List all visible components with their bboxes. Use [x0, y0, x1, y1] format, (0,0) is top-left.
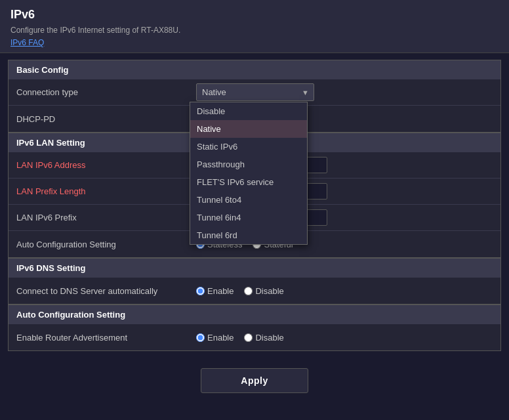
router-adv-row: Enable Router Advertisement Enable Disab…: [9, 324, 500, 350]
page-header: IPv6 Configure the IPv6 Internet setting…: [0, 0, 509, 53]
dropdown-item-tunnel-6to4[interactable]: Tunnel 6to4: [190, 191, 307, 209]
dns-auto-row: Connect to DNS Server automatically Enab…: [9, 278, 500, 304]
dns-disable-text: Disable: [255, 286, 283, 296]
ipv6-dns-header: IPv6 DNS Setting: [9, 259, 500, 278]
connection-type-value: Native ▼ Disable Native Static IPv6 Pass…: [190, 79, 500, 105]
router-adv-enable-label[interactable]: Enable: [196, 333, 234, 343]
dropdown-item-disable[interactable]: Disable: [190, 102, 307, 120]
dropdown-item-static-ipv6[interactable]: Static IPv6: [190, 138, 307, 156]
auto-config-section-header: Auto Configuration Setting: [9, 305, 500, 324]
apply-button[interactable]: Apply: [201, 368, 308, 393]
router-adv-disable-radio[interactable]: [244, 333, 253, 342]
router-adv-label: Enable Router Advertisement: [9, 327, 190, 348]
dropdown-item-tunnel-6rd[interactable]: Tunnel 6rd: [190, 226, 307, 244]
basic-config-section: Basic Config Connection type Native ▼ Di…: [8, 60, 501, 133]
dropdown-item-tunnel-6in4[interactable]: Tunnel 6in4: [190, 209, 307, 226]
router-adv-value: Enable Disable: [190, 329, 500, 346]
router-adv-enable-text: Enable: [207, 333, 234, 343]
connection-type-label: Connection type: [9, 82, 190, 102]
dns-enable-label[interactable]: Enable: [196, 286, 234, 296]
dns-disable-radio[interactable]: [244, 287, 253, 295]
router-adv-disable-label[interactable]: Disable: [244, 333, 283, 343]
lan-ipv6-prefix-label: LAN IPv6 Prefix: [9, 207, 190, 228]
connection-type-row: Connection type Native ▼ Disable Native …: [9, 79, 500, 106]
auto-config-section: Auto Configuration Setting Enable Router…: [8, 304, 501, 351]
basic-config-header: Basic Config: [9, 60, 500, 79]
dropdown-item-passthrough[interactable]: Passthrough: [190, 156, 307, 173]
dns-auto-label: Connect to DNS Server automatically: [9, 281, 190, 301]
dropdown-item-native[interactable]: Native: [190, 120, 307, 138]
dns-auto-radio-group: Enable Disable: [196, 286, 494, 296]
connection-type-select-wrapper: Native ▼: [196, 83, 314, 101]
dns-auto-value: Enable Disable: [190, 282, 500, 300]
main-content: Basic Config Connection type Native ▼ Di…: [0, 53, 509, 358]
ipv6-dns-section: IPv6 DNS Setting Connect to DNS Server a…: [8, 258, 501, 304]
page-title: IPv6: [10, 8, 499, 22]
router-adv-radio-group: Enable Disable: [196, 333, 494, 343]
dns-enable-radio[interactable]: [196, 287, 205, 295]
router-adv-enable-radio[interactable]: [196, 333, 205, 342]
lan-ipv6-address-label: LAN IPv6 Address: [9, 155, 190, 175]
dhcp-pd-label: DHCP-PD: [9, 109, 190, 129]
connection-type-select[interactable]: Native: [196, 83, 314, 101]
ipv6-faq-link[interactable]: IPv6 FAQ: [10, 38, 44, 47]
page-description: Configure the IPv6 Internet setting of R…: [10, 26, 499, 35]
dns-enable-text: Enable: [207, 286, 234, 296]
dns-disable-label[interactable]: Disable: [244, 286, 283, 296]
connection-type-dropdown: Disable Native Static IPv6 Passthrough F…: [190, 102, 308, 245]
lan-prefix-length-label: LAN Prefix Length: [9, 181, 190, 201]
apply-section: Apply: [0, 358, 509, 404]
router-adv-disable-text: Disable: [255, 333, 283, 343]
auto-config-setting-label: Auto Configuration Setting: [9, 234, 190, 255]
dropdown-item-flets[interactable]: FLET'S IPv6 service: [190, 173, 307, 191]
